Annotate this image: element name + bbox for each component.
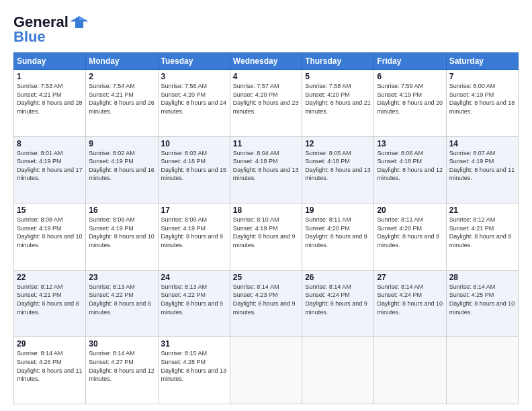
calendar-cell: 15 Sunrise: 8:08 AM Sunset: 4:19 PM Dayl… [14,203,86,271]
day-number: 22 [17,273,83,282]
day-number: 19 [305,205,371,215]
day-number: 6 [377,72,443,81]
calendar-cell: 31 Sunrise: 8:15 AM Sunset: 4:28 PM Dayl… [158,337,230,404]
calendar-week-row: 15 Sunrise: 8:08 AM Sunset: 4:19 PM Dayl… [14,203,519,271]
day-info: Sunrise: 8:09 AM Sunset: 4:19 PM Dayligh… [89,216,154,249]
calendar-cell: 3 Sunrise: 7:56 AM Sunset: 4:20 PM Dayli… [158,70,230,137]
calendar-cell: 16 Sunrise: 8:09 AM Sunset: 4:19 PM Dayl… [86,203,158,271]
calendar-cell: 30 Sunrise: 8:14 AM Sunset: 4:27 PM Dayl… [86,337,158,404]
day-info: Sunrise: 7:58 AM Sunset: 4:20 PM Dayligh… [305,82,371,116]
day-number: 21 [449,205,515,215]
logo: General Blue [13,13,89,46]
day-number: 11 [233,139,299,148]
day-number: 16 [89,205,154,215]
day-info: Sunrise: 8:05 AM Sunset: 4:18 PM Dayligh… [305,149,371,183]
calendar-cell: 5 Sunrise: 7:58 AM Sunset: 4:20 PM Dayli… [302,70,374,137]
page: General Blue SundayMondayTuesdayWednesda… [0,0,532,411]
calendar-cell: 12 Sunrise: 8:05 AM Sunset: 4:18 PM Dayl… [302,136,374,203]
day-number: 7 [449,72,515,81]
day-info: Sunrise: 8:01 AM Sunset: 4:19 PM Dayligh… [17,149,83,183]
day-info: Sunrise: 7:57 AM Sunset: 4:20 PM Dayligh… [233,82,299,116]
logo-blue-text: Blue [13,28,46,46]
day-number: 30 [89,339,154,349]
day-info: Sunrise: 7:59 AM Sunset: 4:19 PM Dayligh… [377,82,443,116]
day-number: 18 [233,205,299,215]
day-info: Sunrise: 8:06 AM Sunset: 4:18 PM Dayligh… [377,149,443,183]
calendar-cell: 28 Sunrise: 8:14 AM Sunset: 4:25 PM Dayl… [446,270,518,337]
day-info: Sunrise: 8:14 AM Sunset: 4:24 PM Dayligh… [305,283,371,316]
calendar-cell: 25 Sunrise: 8:14 AM Sunset: 4:23 PM Dayl… [230,270,302,337]
day-info: Sunrise: 8:04 AM Sunset: 4:18 PM Dayligh… [233,149,299,183]
calendar-header-row: SundayMondayTuesdayWednesdayThursdayFrid… [14,53,519,70]
calendar-cell: 6 Sunrise: 7:59 AM Sunset: 4:19 PM Dayli… [374,70,446,137]
day-info: Sunrise: 8:02 AM Sunset: 4:19 PM Dayligh… [89,149,154,183]
calendar-cell: 14 Sunrise: 8:07 AM Sunset: 4:19 PM Dayl… [446,136,518,203]
day-info: Sunrise: 8:14 AM Sunset: 4:25 PM Dayligh… [449,283,515,316]
day-info: Sunrise: 8:07 AM Sunset: 4:19 PM Dayligh… [449,149,515,183]
calendar-day-header: Thursday [302,53,374,70]
calendar-day-header: Wednesday [230,53,302,70]
calendar-day-header: Tuesday [158,53,230,70]
calendar-day-header: Saturday [446,53,518,70]
day-info: Sunrise: 7:53 AM Sunset: 4:21 PM Dayligh… [17,82,83,116]
day-info: Sunrise: 8:12 AM Sunset: 4:21 PM Dayligh… [449,216,515,249]
day-number: 29 [17,339,83,349]
calendar-day-header: Monday [86,53,158,70]
day-info: Sunrise: 7:56 AM Sunset: 4:20 PM Dayligh… [161,82,227,116]
calendar-cell: 18 Sunrise: 8:10 AM Sunset: 4:19 PM Dayl… [230,203,302,271]
calendar-day-header: Friday [374,53,446,70]
day-number: 24 [161,273,227,282]
calendar-cell: 9 Sunrise: 8:02 AM Sunset: 4:19 PM Dayli… [86,136,158,203]
calendar-cell: 8 Sunrise: 8:01 AM Sunset: 4:19 PM Dayli… [14,136,86,203]
day-number: 15 [17,205,83,215]
calendar-cell: 4 Sunrise: 7:57 AM Sunset: 4:20 PM Dayli… [230,70,302,137]
calendar-cell [230,337,302,404]
calendar-cell: 10 Sunrise: 8:03 AM Sunset: 4:18 PM Dayl… [158,136,230,203]
day-number: 17 [161,205,227,215]
calendar-cell: 24 Sunrise: 8:13 AM Sunset: 4:22 PM Dayl… [158,270,230,337]
calendar-week-row: 8 Sunrise: 8:01 AM Sunset: 4:19 PM Dayli… [14,136,519,203]
day-number: 12 [305,139,371,148]
day-number: 5 [305,72,371,81]
day-number: 31 [161,339,227,349]
calendar-cell [374,337,446,404]
day-info: Sunrise: 8:14 AM Sunset: 4:26 PM Dayligh… [17,349,83,383]
calendar-week-row: 1 Sunrise: 7:53 AM Sunset: 4:21 PM Dayli… [14,70,519,137]
day-number: 14 [449,139,515,148]
calendar-cell: 7 Sunrise: 8:00 AM Sunset: 4:19 PM Dayli… [446,70,518,137]
day-number: 1 [17,72,83,81]
day-number: 28 [449,273,515,282]
day-info: Sunrise: 8:10 AM Sunset: 4:19 PM Dayligh… [233,216,299,249]
calendar-cell: 13 Sunrise: 8:06 AM Sunset: 4:18 PM Dayl… [374,136,446,203]
calendar-cell: 21 Sunrise: 8:12 AM Sunset: 4:21 PM Dayl… [446,203,518,271]
calendar-cell: 20 Sunrise: 8:11 AM Sunset: 4:20 PM Dayl… [374,203,446,271]
day-info: Sunrise: 8:03 AM Sunset: 4:18 PM Dayligh… [161,149,227,183]
day-info: Sunrise: 8:09 AM Sunset: 4:19 PM Dayligh… [161,216,227,249]
day-number: 2 [89,72,154,81]
day-info: Sunrise: 8:14 AM Sunset: 4:27 PM Dayligh… [89,349,154,383]
day-info: Sunrise: 8:08 AM Sunset: 4:19 PM Dayligh… [17,216,83,249]
calendar-cell: 2 Sunrise: 7:54 AM Sunset: 4:21 PM Dayli… [86,70,158,137]
calendar-cell: 19 Sunrise: 8:11 AM Sunset: 4:20 PM Dayl… [302,203,374,271]
calendar-week-row: 29 Sunrise: 8:14 AM Sunset: 4:26 PM Dayl… [14,337,519,404]
calendar-cell: 29 Sunrise: 8:14 AM Sunset: 4:26 PM Dayl… [14,337,86,404]
day-info: Sunrise: 8:11 AM Sunset: 4:20 PM Dayligh… [305,216,371,249]
day-number: 26 [305,273,371,282]
calendar-cell: 17 Sunrise: 8:09 AM Sunset: 4:19 PM Dayl… [158,203,230,271]
calendar-table: SundayMondayTuesdayWednesdayThursdayFrid… [13,52,519,404]
calendar-cell: 26 Sunrise: 8:14 AM Sunset: 4:24 PM Dayl… [302,270,374,337]
calendar-cell: 11 Sunrise: 8:04 AM Sunset: 4:18 PM Dayl… [230,136,302,203]
day-number: 13 [377,139,443,148]
calendar-cell [446,337,518,404]
calendar-cell: 27 Sunrise: 8:14 AM Sunset: 4:24 PM Dayl… [374,270,446,337]
day-number: 3 [161,72,227,81]
day-number: 10 [161,139,227,148]
day-number: 8 [17,139,83,148]
day-info: Sunrise: 8:14 AM Sunset: 4:24 PM Dayligh… [377,283,443,316]
day-number: 23 [89,273,154,282]
day-number: 4 [233,72,299,81]
day-info: Sunrise: 7:54 AM Sunset: 4:21 PM Dayligh… [89,82,154,116]
day-info: Sunrise: 8:13 AM Sunset: 4:22 PM Dayligh… [89,283,154,316]
day-info: Sunrise: 8:12 AM Sunset: 4:21 PM Dayligh… [17,283,83,316]
day-info: Sunrise: 8:00 AM Sunset: 4:19 PM Dayligh… [449,82,515,116]
